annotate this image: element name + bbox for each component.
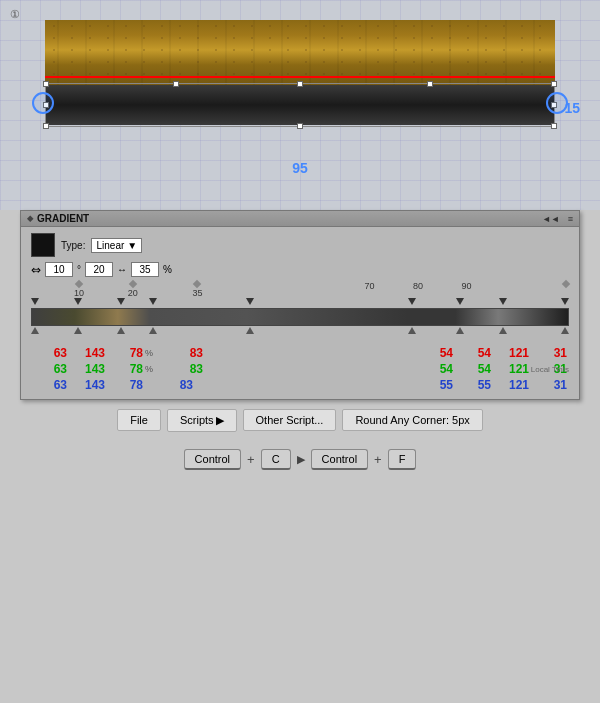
tick-35: 35 [192, 281, 202, 298]
gradient-slider-area: 10 20 35 70 80 90 [31, 281, 569, 341]
stop-bottom-8[interactable] [74, 327, 82, 334]
handle-bot-mid[interactable] [297, 123, 303, 129]
stop-bottom-0[interactable] [31, 327, 39, 334]
stop-100[interactable] [561, 298, 569, 305]
gradient-type-dropdown[interactable]: Linear ▼ [91, 238, 142, 253]
gradient-controls-row: ⇔ 10 ° 20 ↔ 35 % [31, 262, 569, 277]
r-val-1: 63 [31, 346, 69, 360]
file-button[interactable]: File [117, 409, 161, 431]
stop-16[interactable] [117, 298, 125, 305]
tick-90: 90 [461, 281, 471, 291]
degree-label: ° [77, 264, 81, 275]
tick-label-70: 70 [365, 281, 375, 291]
stop-tri-79 [456, 298, 464, 305]
gradient-type-row: Type: Linear ▼ [31, 233, 569, 257]
stop-70[interactable] [408, 298, 416, 305]
scripts-button[interactable]: Scripts ▶ [167, 409, 237, 432]
g-val-2: 143 [69, 362, 107, 376]
anchor-point-left[interactable] [32, 92, 54, 114]
control-key-1[interactable]: Control [184, 449, 241, 470]
other-script-button[interactable]: Other Script... [243, 409, 337, 431]
b-val-3: 78 [107, 378, 145, 392]
handle-top-mid[interactable] [297, 81, 303, 87]
gradient-offset-input[interactable]: 10 [45, 262, 73, 277]
stop-22[interactable] [149, 298, 157, 305]
stop-tri-16 [117, 298, 125, 305]
tick-70: 70 [365, 281, 375, 291]
tick-diamond-20 [129, 280, 137, 288]
stop-tri-up-8 [74, 327, 82, 334]
b-val-1: 63 [31, 378, 69, 392]
stop-bottom-100[interactable] [561, 327, 569, 334]
green-values-row: 63 143 78 % 83 54 54 121 31 Local Tints [31, 361, 569, 377]
c-key[interactable]: C [261, 449, 291, 470]
gradient-panel: ◆ GRADIENT ◄◄ ≡ Type: Linear ▼ ⇔ 10 ° 20… [20, 210, 580, 400]
stop-40[interactable] [246, 298, 254, 305]
handle-bot-right[interactable] [551, 123, 557, 129]
color-values-grid: 63 143 78 % 83 54 54 121 31 63 143 78 % … [31, 345, 569, 393]
tick-diamond-10 [75, 280, 83, 288]
round-corner-button[interactable]: Round Any Corner: 5px [342, 409, 482, 431]
tick-diamond-end [562, 280, 570, 288]
stop-tri-up-70 [408, 327, 416, 334]
stop-bottom-40[interactable] [246, 327, 254, 334]
tick-label-20: 20 [128, 288, 138, 298]
g-pct: % [145, 364, 155, 374]
g-val-5: 54 [417, 362, 455, 376]
gradient-collapse-btn[interactable]: ◄◄ [542, 214, 560, 224]
stop-bottom-70[interactable] [408, 327, 416, 334]
dimension-label-15: 15 [564, 100, 580, 116]
stop-8[interactable] [74, 298, 82, 305]
handle-top-q3[interactable] [427, 81, 433, 87]
stop-tri-40 [246, 298, 254, 305]
gradient-panel-title-area: ◆ GRADIENT [27, 213, 89, 224]
b-val-8: 31 [531, 378, 569, 392]
footer-keyboard-bar: Control + C ▶ Control + F [0, 440, 600, 478]
f-key[interactable]: F [388, 449, 417, 470]
stop-tri-8 [74, 298, 82, 305]
gradient-stop-handles-top [31, 298, 569, 308]
stop-87[interactable] [499, 298, 507, 305]
b-val-2: 143 [69, 378, 107, 392]
stop-79[interactable] [456, 298, 464, 305]
b-val-4: 83 [157, 378, 195, 392]
handle-top-right[interactable] [551, 81, 557, 87]
transform-bounding-box [45, 83, 555, 127]
gradient-swatch[interactable] [31, 233, 55, 257]
percent-label: % [163, 264, 172, 275]
gradient-angle-input[interactable]: 20 [85, 262, 113, 277]
stop-tri-0 [31, 298, 39, 305]
g-val-3: 78 [107, 362, 145, 376]
gradient-menu-btn[interactable]: ≡ [568, 214, 573, 224]
stop-tri-up-87 [499, 327, 507, 334]
reverse-icon[interactable]: ⇔ [31, 263, 41, 277]
gradient-collapse-icon[interactable]: ◆ [27, 214, 33, 223]
tick-label-10: 10 [74, 288, 84, 298]
stop-bottom-22[interactable] [149, 327, 157, 334]
handle-top-left[interactable] [43, 81, 49, 87]
plus-symbol-2: + [374, 452, 382, 467]
stop-bottom-79[interactable] [456, 327, 464, 334]
gradient-type-label: Type: [61, 240, 85, 251]
control-key-2[interactable]: Control [311, 449, 368, 470]
r-pct: % [145, 348, 155, 358]
tick-10: 10 [74, 281, 84, 298]
stop-tri-87 [499, 298, 507, 305]
bottom-toolbar: File Scripts ▶ Other Script... Round Any… [0, 400, 600, 440]
handle-top-q1[interactable] [173, 81, 179, 87]
r-val-8: 31 [531, 346, 569, 360]
g-val-7: 121 [493, 362, 531, 376]
scripts-label: Scripts [180, 414, 214, 426]
b-val-7: 121 [493, 378, 531, 392]
stop-0[interactable] [31, 298, 39, 305]
gradient-dropdown-arrow: ▼ [127, 240, 137, 251]
stop-bottom-16[interactable] [117, 327, 125, 334]
gradient-bar[interactable] [31, 308, 569, 326]
gradient-icon2[interactable]: ↔ [117, 264, 127, 275]
stop-bottom-87[interactable] [499, 327, 507, 334]
gradient-length-input[interactable]: 35 [131, 262, 159, 277]
b-val-5: 55 [417, 378, 455, 392]
handle-bot-left[interactable] [43, 123, 49, 129]
gradient-panel-content: Type: Linear ▼ ⇔ 10 ° 20 ↔ 35 % 10 [21, 227, 579, 399]
gradient-panel-title-right: ◄◄ ≡ [542, 214, 573, 224]
